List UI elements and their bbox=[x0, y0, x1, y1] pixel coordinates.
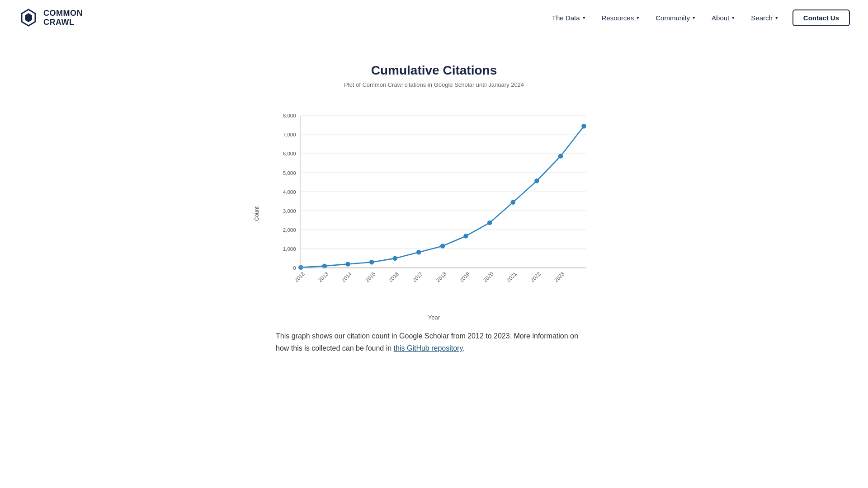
svg-text:6,000: 6,000 bbox=[283, 151, 296, 156]
chevron-down-icon: ▾ bbox=[775, 15, 778, 21]
data-point-2014 bbox=[345, 262, 350, 267]
svg-text:2022: 2022 bbox=[529, 271, 542, 283]
main-content: Cumulative Citations Plot of Common Craw… bbox=[163, 36, 705, 390]
data-point-2023-end bbox=[581, 124, 586, 129]
chart-svg: 0 1,000 2,000 3,000 4,000 5,000 6,000 7,… bbox=[258, 106, 610, 287]
chevron-down-icon: ▾ bbox=[583, 15, 585, 21]
svg-marker-1 bbox=[25, 13, 32, 22]
data-point-2016 bbox=[392, 256, 397, 261]
data-point-2018 bbox=[440, 244, 445, 249]
x-axis-label: Year bbox=[258, 314, 610, 321]
svg-text:5,000: 5,000 bbox=[283, 170, 296, 176]
nav-links: The Data ▾ Resources ▾ Community ▾ About… bbox=[546, 9, 850, 26]
nav-item-resources[interactable]: Resources ▾ bbox=[595, 10, 646, 25]
svg-text:2019: 2019 bbox=[458, 271, 471, 283]
svg-text:1,000: 1,000 bbox=[283, 246, 296, 252]
chevron-down-icon: ▾ bbox=[693, 15, 695, 21]
data-point-2019 bbox=[463, 234, 468, 239]
svg-text:2021: 2021 bbox=[506, 271, 518, 283]
svg-text:2017: 2017 bbox=[411, 271, 424, 283]
data-point-2023 bbox=[558, 154, 563, 159]
data-point-2021 bbox=[510, 200, 515, 205]
svg-text:2012: 2012 bbox=[293, 271, 306, 283]
svg-text:2014: 2014 bbox=[340, 271, 353, 283]
svg-text:2,000: 2,000 bbox=[283, 227, 296, 233]
chart-title: Cumulative Citations bbox=[199, 63, 669, 78]
nav-item-about[interactable]: About ▾ bbox=[705, 10, 741, 25]
nav-item-the-data[interactable]: The Data ▾ bbox=[546, 10, 592, 25]
svg-text:2018: 2018 bbox=[435, 271, 448, 283]
svg-text:2016: 2016 bbox=[388, 271, 400, 283]
logo-line2: CRAWL bbox=[43, 18, 83, 27]
svg-text:2023: 2023 bbox=[553, 271, 566, 283]
nav-item-community[interactable]: Community ▾ bbox=[649, 10, 702, 25]
data-point-2022 bbox=[534, 178, 539, 183]
data-point-2017 bbox=[416, 250, 421, 255]
logo-line1: COMMON bbox=[43, 9, 83, 18]
chevron-down-icon: ▾ bbox=[732, 15, 735, 21]
logo[interactable]: COMMON CRAWL bbox=[18, 8, 83, 28]
svg-text:2015: 2015 bbox=[364, 271, 377, 283]
svg-text:2020: 2020 bbox=[482, 271, 495, 283]
description-text: This graph shows our citation count in G… bbox=[276, 330, 592, 354]
data-point-2015 bbox=[369, 260, 374, 265]
chart-area: 0 1,000 2,000 3,000 4,000 5,000 6,000 7,… bbox=[258, 106, 610, 287]
chevron-down-icon: ▾ bbox=[637, 15, 639, 21]
navbar: COMMON CRAWL The Data ▾ Resources ▾ Comm… bbox=[0, 0, 868, 36]
chart-subtitle: Plot of Common Crawl citations in Google… bbox=[199, 81, 669, 88]
svg-text:3,000: 3,000 bbox=[283, 208, 296, 214]
svg-text:4,000: 4,000 bbox=[283, 189, 296, 195]
svg-text:7,000: 7,000 bbox=[283, 132, 296, 137]
svg-text:8,000: 8,000 bbox=[283, 113, 296, 118]
svg-text:2013: 2013 bbox=[317, 271, 330, 283]
logo-icon bbox=[18, 8, 39, 28]
description-text-after-link: . bbox=[462, 344, 464, 352]
contact-us-button[interactable]: Contact Us bbox=[793, 9, 850, 26]
nav-item-search[interactable]: Search ▾ bbox=[745, 10, 784, 25]
data-point-2020 bbox=[487, 221, 492, 225]
github-repository-link[interactable]: this GitHub repository bbox=[394, 344, 463, 352]
svg-text:0: 0 bbox=[293, 265, 296, 271]
